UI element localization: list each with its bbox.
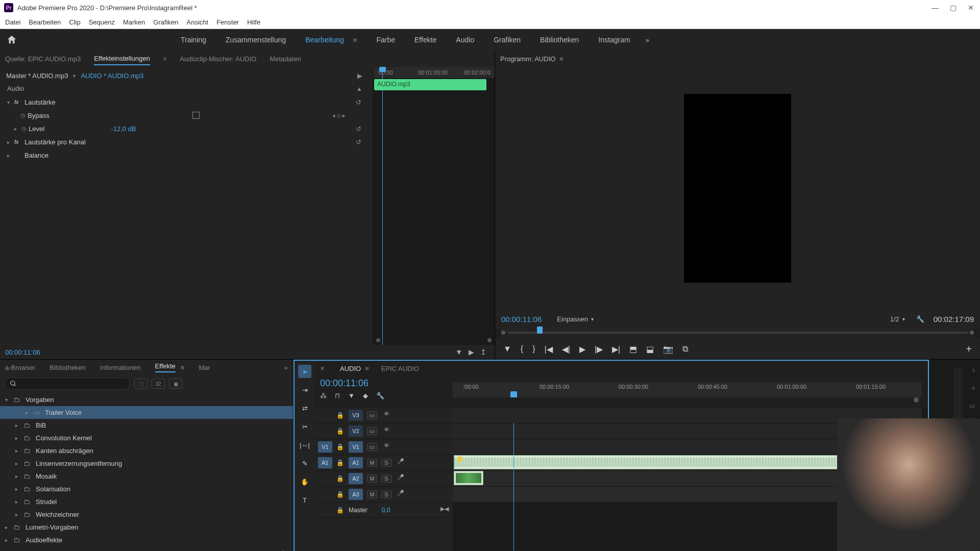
add-marker-button[interactable]: ▼ [503,344,511,354]
workspace-menu-icon[interactable]: ≡ [353,36,357,44]
fx-badge[interactable]: fx [14,99,24,105]
timeline-timecode[interactable]: 00:00:11:06 [320,378,448,389]
expand-icon[interactable]: ▶◀ [439,506,450,515]
fx-accel-badge[interactable]: 32 [152,379,165,389]
menu-fenster[interactable]: Fenster [216,18,239,26]
program-scrubber[interactable] [501,329,974,339]
video-track-header[interactable]: V1🔒V1▭👁 [315,439,453,455]
track-target[interactable]: V2 [349,425,363,437]
stopwatch-icon[interactable]: ◷ [20,112,28,119]
lock-icon[interactable]: 🔒 [336,443,345,450]
fx-yuv-badge[interactable]: ▣ [169,379,182,389]
collapse-icon[interactable]: ▲ [356,85,362,92]
ripple-edit-tool[interactable]: ⇄ [298,402,311,415]
type-tool[interactable]: T [298,493,311,507]
track-target[interactable]: A2 [349,473,363,484]
level-value[interactable]: -12,0 dB [111,125,136,133]
workspace-bibliotheken[interactable]: Bibliotheken [540,36,579,44]
play-only-icon[interactable]: ▶ [469,348,474,356]
zoom-handle-left[interactable] [376,338,380,342]
tree-folder[interactable]: ▾🗀Vorgaben [0,393,293,406]
mute-button[interactable]: M [367,459,377,467]
twirl-icon[interactable]: ▸ [15,473,23,479]
program-monitor[interactable] [495,67,980,309]
export-frame-button[interactable]: 📷 [663,344,673,354]
stopwatch-icon[interactable]: ◷ [21,126,29,132]
program-timecode-current[interactable]: 00:00:11:06 [501,315,542,323]
bypass-checkbox[interactable] [192,112,200,119]
step-forward-button[interactable]: |▶ [595,344,603,354]
twirl-icon[interactable]: ▸ [5,537,13,543]
voice-over-icon[interactable]: 🎤 [396,490,406,499]
source-tab[interactable]: Effekteinstellungen [94,53,150,65]
timeline-ruler[interactable]: :00:0000:00:15:0000:00:30:0000:00:45:000… [453,382,922,397]
workspace-audio[interactable]: Audio [456,36,474,44]
mark-in-button[interactable]: { [521,344,523,354]
twirl-icon[interactable]: ▾ [5,397,13,403]
menu-hilfe[interactable]: Hilfe [247,18,260,26]
close-button[interactable]: ✕ [968,4,974,12]
menu-sequenz[interactable]: Sequenz [89,18,115,26]
snap-icon[interactable]: ⁂ [320,392,327,399]
maximize-button[interactable]: ▢ [950,4,957,12]
lock-icon[interactable]: 🔒 [336,412,345,419]
twirl-icon[interactable]: ▸ [15,448,23,454]
overflow-icon[interactable]: » [284,364,288,371]
source-tab[interactable]: Quelle: EPIC AUDIO.mp3 [5,55,81,63]
resolution-dropdown[interactable]: 1/2 ▾ [890,315,905,323]
play-button[interactable]: ▶ [579,344,585,354]
track-target[interactable]: V1 [349,441,363,453]
project-tab[interactable]: Bibliotheken [50,364,86,371]
zoom-handle-left[interactable] [501,331,505,335]
master-value[interactable]: 0,0 [382,507,390,514]
razor-tool[interactable]: ✂ [298,420,311,433]
audio-track-header[interactable]: A1🔒A1MS🎤 [315,455,453,471]
voice-over-icon[interactable]: 🎤 [396,458,406,467]
close-tab-icon[interactable]: ✕ [320,365,325,372]
minimize-button[interactable]: — [932,4,939,12]
twirl-icon[interactable]: ▾ [7,99,14,105]
menu-grafiken[interactable]: Grafiken [153,18,178,26]
twirl-icon[interactable]: ▸ [15,435,23,441]
twirl-icon[interactable]: ▸ [15,512,23,517]
source-timecode[interactable]: 00:00:11:06 [5,348,452,356]
tree-folder[interactable]: ▸🗀Lumetri-Vorgaben [0,521,293,534]
filter-icon[interactable]: ▼ [455,348,462,356]
source-tab[interactable]: Metadaten [270,55,301,63]
toggle-track-output[interactable]: 👁 [381,411,391,420]
hand-tool[interactable]: ✋ [298,475,311,488]
mark-out-button[interactable]: } [532,344,535,354]
workspace-zusammenstellung[interactable]: Zusammenstellung [226,36,286,44]
project-tab[interactable]: a-Browser [5,364,35,371]
master-track-header[interactable]: 🔒Master0,0▶◀ [315,503,453,518]
lock-icon[interactable]: 🔒 [336,459,345,466]
lock-icon[interactable]: 🔒 [336,475,345,482]
toggle-track-output[interactable]: 👁 [381,442,391,452]
workspace-overflow-icon[interactable]: » [646,36,649,44]
delete-icon[interactable]: 🗑 [280,549,287,552]
twirl-icon[interactable]: ▸ [7,153,14,158]
toggle-track-output[interactable]: 👁 [381,427,391,436]
new-bin-icon[interactable]: 🗀 [267,549,274,552]
pen-tool[interactable]: ✎ [298,457,311,470]
audio-track-header[interactable]: 🔒A2MS🎤 [315,471,453,487]
reset-icon[interactable]: ↺ [356,98,361,106]
project-tab[interactable]: Informationen [100,364,141,371]
reset-icon[interactable]: ↺ [356,125,361,133]
tree-folder[interactable]: ▸🗀Linsenverzerrungsentfernung [0,457,293,470]
project-tab[interactable]: Mar [199,364,210,371]
tree-folder[interactable]: ▸🗀BiB [0,419,293,432]
search-input[interactable] [5,378,130,390]
solo-button[interactable]: S [381,474,391,483]
menu-bearbeiten[interactable]: Bearbeiten [29,18,61,26]
insert-mode-icon[interactable]: ◆ [363,392,368,399]
source-patch[interactable]: A1 [318,457,332,468]
workspace-bearbeitung[interactable]: Bearbeitung [305,36,344,44]
playhead-icon[interactable] [510,391,517,397]
marker-icon[interactable]: ▼ [348,392,355,399]
zoom-handle-right[interactable] [970,331,974,335]
goto-out-button[interactable]: ▶| [612,344,620,354]
twirl-icon[interactable]: ▸ [14,126,21,132]
twirl-icon[interactable]: ▸ [15,499,23,505]
workspace-instagram[interactable]: Instagram [598,36,630,44]
